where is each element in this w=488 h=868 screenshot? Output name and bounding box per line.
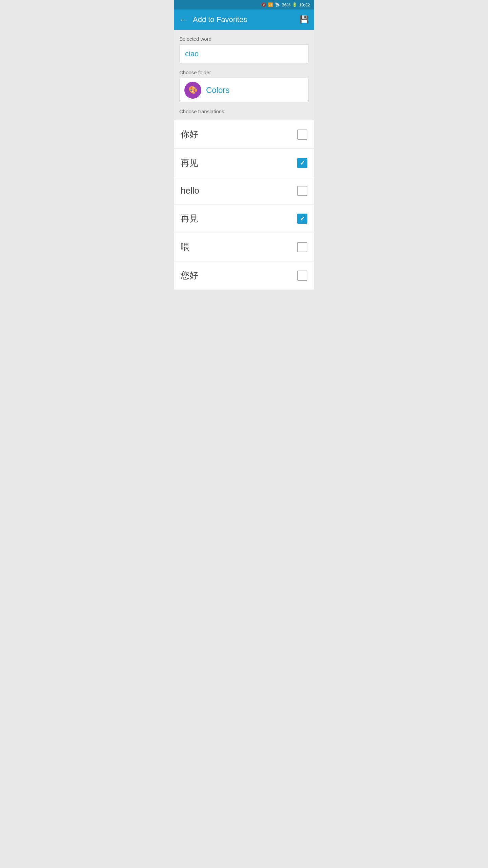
time-text: 19:32: [299, 2, 310, 7]
translations-label: Choose translations: [179, 108, 309, 114]
translation-text: 再見: [181, 213, 198, 224]
translation-item[interactable]: 你好: [174, 120, 314, 149]
translation-text: 喂: [181, 241, 189, 253]
translation-item[interactable]: 再見: [174, 204, 314, 233]
translations-list: 你好再见hello再見喂您好: [174, 120, 314, 290]
save-button[interactable]: 💾: [300, 15, 309, 24]
translation-item[interactable]: hello: [174, 177, 314, 204]
status-bar: 🔇 📶 📡 36% 🔋 19:32: [174, 0, 314, 9]
palette-icon: 🎨: [188, 86, 198, 95]
selected-word-label: Selected word: [179, 36, 309, 42]
translation-checkbox[interactable]: [297, 186, 307, 196]
translation-checkbox[interactable]: [297, 242, 307, 252]
mute-icon: 🔇: [261, 2, 266, 7]
signal-icon: 📡: [275, 2, 280, 7]
folder-name-text: Colors: [206, 85, 229, 95]
translation-checkbox[interactable]: [297, 271, 307, 281]
translation-text: 你好: [181, 129, 198, 140]
content-area: Selected word ciao Choose folder 🎨 Color…: [174, 30, 314, 120]
folder-selector[interactable]: 🎨 Colors: [179, 78, 309, 102]
translation-checkbox[interactable]: [297, 158, 307, 168]
folder-icon-circle: 🎨: [184, 82, 201, 99]
status-icons: 🔇 📶 📡 36% 🔋 19:32: [261, 2, 310, 7]
translation-item[interactable]: 喂: [174, 233, 314, 261]
translation-checkbox[interactable]: [297, 130, 307, 140]
page-title: Add to Favorites: [193, 15, 247, 24]
translation-text: 您好: [181, 270, 198, 281]
back-button[interactable]: ←: [179, 16, 187, 24]
translation-item[interactable]: 您好: [174, 261, 314, 290]
battery-text: 36%: [282, 2, 290, 7]
translation-text: 再见: [181, 157, 198, 169]
battery-icon: 🔋: [292, 2, 297, 7]
app-bar-left: ← Add to Favorites: [179, 15, 247, 24]
translation-checkbox[interactable]: [297, 214, 307, 224]
choose-folder-label: Choose folder: [179, 70, 309, 75]
wifi-icon: 📶: [268, 2, 273, 7]
translation-text: hello: [181, 185, 199, 196]
app-bar: ← Add to Favorites 💾: [174, 9, 314, 30]
selected-word-input[interactable]: ciao: [179, 44, 309, 63]
translation-item[interactable]: 再见: [174, 149, 314, 177]
